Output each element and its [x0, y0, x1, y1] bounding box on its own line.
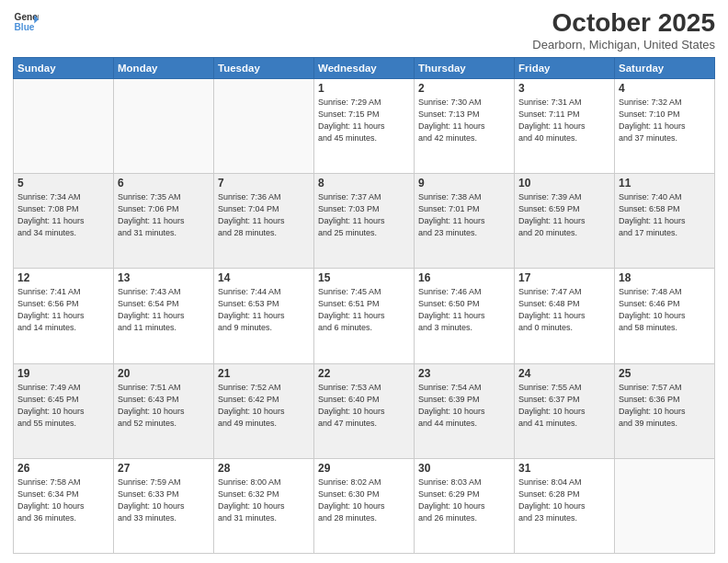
day-info: Sunrise: 8:02 AM Sunset: 6:30 PM Dayligh… — [318, 477, 410, 524]
day-info: Sunrise: 7:59 AM Sunset: 6:33 PM Dayligh… — [118, 477, 210, 524]
day-number: 12 — [17, 271, 109, 284]
table-row: 31Sunrise: 8:04 AM Sunset: 6:28 PM Dayli… — [515, 458, 615, 553]
day-info: Sunrise: 7:37 AM Sunset: 7:03 PM Dayligh… — [318, 191, 410, 239]
day-info: Sunrise: 7:38 AM Sunset: 7:01 PM Dayligh… — [418, 191, 510, 239]
calendar-week-1: 1Sunrise: 7:29 AM Sunset: 7:15 PM Daylig… — [14, 78, 715, 173]
table-row: 23Sunrise: 7:54 AM Sunset: 6:39 PM Dayli… — [415, 363, 515, 458]
day-info: Sunrise: 7:30 AM Sunset: 7:13 PM Dayligh… — [418, 97, 510, 144]
table-row: 19Sunrise: 7:49 AM Sunset: 6:45 PM Dayli… — [14, 363, 114, 458]
day-info: Sunrise: 7:47 AM Sunset: 6:48 PM Dayligh… — [518, 286, 610, 334]
table-row: 16Sunrise: 7:46 AM Sunset: 6:50 PM Dayli… — [415, 269, 515, 363]
table-row: 13Sunrise: 7:43 AM Sunset: 6:54 PM Dayli… — [114, 269, 214, 363]
day-number: 6 — [118, 177, 210, 190]
day-info: Sunrise: 7:51 AM Sunset: 6:43 PM Dayligh… — [118, 382, 210, 430]
table-row: 17Sunrise: 7:47 AM Sunset: 6:48 PM Dayli… — [515, 269, 615, 363]
col-wednesday: Wednesday — [314, 57, 415, 78]
table-row: 30Sunrise: 8:03 AM Sunset: 6:29 PM Dayli… — [415, 458, 515, 553]
table-row: 28Sunrise: 8:00 AM Sunset: 6:32 PM Dayli… — [214, 458, 314, 553]
day-info: Sunrise: 7:31 AM Sunset: 7:11 PM Dayligh… — [518, 97, 610, 144]
day-number: 24 — [518, 367, 610, 380]
day-number: 3 — [518, 82, 610, 95]
day-number: 27 — [118, 462, 210, 475]
table-row: 11Sunrise: 7:40 AM Sunset: 6:58 PM Dayli… — [615, 174, 715, 269]
col-saturday: Saturday — [615, 57, 715, 78]
day-number: 14 — [218, 271, 310, 284]
day-info: Sunrise: 7:46 AM Sunset: 6:50 PM Dayligh… — [418, 286, 510, 334]
day-number: 16 — [418, 271, 510, 284]
day-info: Sunrise: 7:40 AM Sunset: 6:58 PM Dayligh… — [619, 191, 711, 239]
col-thursday: Thursday — [415, 57, 515, 78]
table-row: 20Sunrise: 7:51 AM Sunset: 6:43 PM Dayli… — [114, 363, 214, 458]
table-row — [14, 78, 114, 173]
day-number: 15 — [318, 271, 410, 284]
day-info: Sunrise: 7:43 AM Sunset: 6:54 PM Dayligh… — [118, 286, 210, 334]
day-number: 25 — [619, 367, 711, 380]
calendar-week-5: 26Sunrise: 7:58 AM Sunset: 6:34 PM Dayli… — [14, 458, 715, 553]
table-row — [114, 78, 214, 173]
col-friday: Friday — [515, 57, 615, 78]
day-info: Sunrise: 8:04 AM Sunset: 6:28 PM Dayligh… — [518, 477, 610, 524]
day-number: 10 — [518, 177, 610, 190]
day-number: 19 — [17, 367, 109, 380]
day-info: Sunrise: 7:36 AM Sunset: 7:04 PM Dayligh… — [218, 191, 310, 239]
table-row: 14Sunrise: 7:44 AM Sunset: 6:53 PM Dayli… — [214, 269, 314, 363]
day-number: 31 — [518, 462, 610, 475]
day-number: 2 — [418, 82, 510, 95]
location: Dearborn, Michigan, United States — [532, 38, 715, 52]
day-info: Sunrise: 7:57 AM Sunset: 6:36 PM Dayligh… — [619, 382, 711, 430]
table-row: 26Sunrise: 7:58 AM Sunset: 6:34 PM Dayli… — [14, 458, 114, 553]
day-info: Sunrise: 7:48 AM Sunset: 6:46 PM Dayligh… — [619, 286, 711, 334]
day-number: 11 — [619, 177, 711, 190]
day-number: 29 — [318, 462, 410, 475]
col-tuesday: Tuesday — [214, 57, 314, 78]
day-number: 17 — [518, 271, 610, 284]
day-number: 13 — [118, 271, 210, 284]
day-info: Sunrise: 7:45 AM Sunset: 6:51 PM Dayligh… — [318, 286, 410, 334]
day-info: Sunrise: 8:00 AM Sunset: 6:32 PM Dayligh… — [218, 477, 310, 524]
day-number: 30 — [418, 462, 510, 475]
header: General Blue October 2025 Dearborn, Mich… — [13, 9, 715, 52]
calendar-week-2: 5Sunrise: 7:34 AM Sunset: 7:08 PM Daylig… — [14, 174, 715, 269]
table-row: 3Sunrise: 7:31 AM Sunset: 7:11 PM Daylig… — [515, 78, 615, 173]
day-number: 21 — [218, 367, 310, 380]
day-info: Sunrise: 7:39 AM Sunset: 6:59 PM Dayligh… — [518, 191, 610, 239]
day-info: Sunrise: 7:29 AM Sunset: 7:15 PM Dayligh… — [318, 97, 410, 144]
table-row: 12Sunrise: 7:41 AM Sunset: 6:56 PM Dayli… — [14, 269, 114, 363]
day-info: Sunrise: 7:41 AM Sunset: 6:56 PM Dayligh… — [17, 286, 109, 334]
page: General Blue October 2025 Dearborn, Mich… — [0, 0, 728, 563]
table-row: 18Sunrise: 7:48 AM Sunset: 6:46 PM Dayli… — [615, 269, 715, 363]
table-row: 6Sunrise: 7:35 AM Sunset: 7:06 PM Daylig… — [114, 174, 214, 269]
header-row: Sunday Monday Tuesday Wednesday Thursday… — [14, 57, 715, 78]
calendar-table: Sunday Monday Tuesday Wednesday Thursday… — [13, 57, 715, 554]
day-number: 1 — [318, 82, 410, 95]
day-number: 20 — [118, 367, 210, 380]
table-row — [615, 458, 715, 553]
day-number: 7 — [218, 177, 310, 190]
day-number: 23 — [418, 367, 510, 380]
title-area: October 2025 Dearborn, Michigan, United … — [532, 9, 715, 52]
table-row: 29Sunrise: 8:02 AM Sunset: 6:30 PM Dayli… — [314, 458, 415, 553]
day-info: Sunrise: 7:35 AM Sunset: 7:06 PM Dayligh… — [118, 191, 210, 239]
day-number: 5 — [17, 177, 109, 190]
day-info: Sunrise: 7:32 AM Sunset: 7:10 PM Dayligh… — [619, 97, 711, 144]
calendar-week-4: 19Sunrise: 7:49 AM Sunset: 6:45 PM Dayli… — [14, 363, 715, 458]
day-number: 26 — [17, 462, 109, 475]
svg-text:Blue: Blue — [15, 22, 35, 32]
logo-icon: General Blue — [13, 9, 39, 35]
day-info: Sunrise: 7:49 AM Sunset: 6:45 PM Dayligh… — [17, 382, 109, 430]
table-row: 7Sunrise: 7:36 AM Sunset: 7:04 PM Daylig… — [214, 174, 314, 269]
day-number: 18 — [619, 271, 711, 284]
day-info: Sunrise: 7:58 AM Sunset: 6:34 PM Dayligh… — [17, 477, 109, 524]
table-row: 25Sunrise: 7:57 AM Sunset: 6:36 PM Dayli… — [615, 363, 715, 458]
calendar-week-3: 12Sunrise: 7:41 AM Sunset: 6:56 PM Dayli… — [14, 269, 715, 363]
table-row: 15Sunrise: 7:45 AM Sunset: 6:51 PM Dayli… — [314, 269, 415, 363]
table-row: 24Sunrise: 7:55 AM Sunset: 6:37 PM Dayli… — [515, 363, 615, 458]
day-info: Sunrise: 7:44 AM Sunset: 6:53 PM Dayligh… — [218, 286, 310, 334]
day-info: Sunrise: 7:52 AM Sunset: 6:42 PM Dayligh… — [218, 382, 310, 430]
col-monday: Monday — [114, 57, 214, 78]
day-info: Sunrise: 7:53 AM Sunset: 6:40 PM Dayligh… — [318, 382, 410, 430]
day-number: 22 — [318, 367, 410, 380]
day-number: 9 — [418, 177, 510, 190]
table-row: 4Sunrise: 7:32 AM Sunset: 7:10 PM Daylig… — [615, 78, 715, 173]
day-number: 28 — [218, 462, 310, 475]
